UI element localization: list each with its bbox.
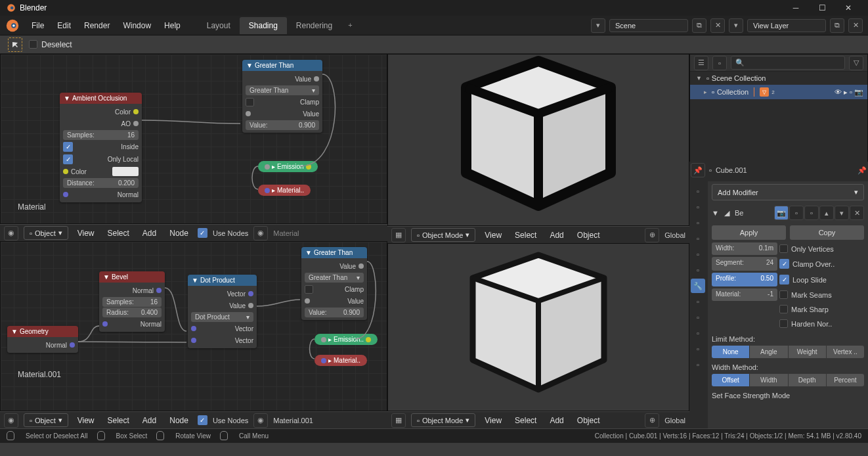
bevel-radius[interactable]: Radius:0.400 — [102, 308, 162, 317]
hdr-node[interactable]: Node — [165, 229, 192, 238]
wm-percent[interactable]: Percent — [827, 374, 864, 386]
viewlayer-browse-icon[interactable]: ▾ — [729, 18, 743, 33]
ao-samples-field[interactable]: Samples:16 — [63, 130, 139, 140]
node-emission-2-collapsed[interactable]: ▸ Emission.. — [315, 334, 378, 345]
gt2-value[interactable]: Value:0.900 — [305, 308, 364, 317]
material-browse-icon-2[interactable]: ◉ — [253, 413, 268, 428]
segment-field[interactable]: Segment:24 — [712, 257, 777, 271]
modifier-header[interactable]: ▼ ◢ Be 📷 ▫ ▫ ▴ ▾ ✕ — [712, 203, 864, 223]
editor-type-icon[interactable]: ◉ — [4, 226, 18, 240]
material-name-2[interactable]: Material.001 — [273, 417, 313, 424]
outliner-collection[interactable]: ▸▫ Collection ▽ 2 👁 ▸ ▫ 📷 — [690, 85, 867, 99]
vp-view[interactable]: View — [481, 231, 506, 240]
menu-help[interactable]: Help — [158, 21, 187, 30]
vp-select[interactable]: Select — [511, 231, 540, 240]
shader-type-dropdown-2[interactable]: ▫ Object ▾ — [24, 413, 68, 427]
outliner-display-icon[interactable]: ☰ — [694, 56, 708, 70]
add-modifier-dropdown[interactable]: Add Modifier▾ — [712, 184, 864, 200]
clamp-overlap-checkbox[interactable]: ✓Clamp Over.. — [779, 257, 864, 271]
orientation-icon[interactable]: ⊕ — [645, 228, 659, 242]
outliner-scene-collection[interactable]: ▼▫ Scene Collection — [690, 72, 867, 85]
tab-physics-icon[interactable]: ▫ — [691, 310, 705, 325]
tab-scene-icon[interactable]: ▫ — [691, 231, 705, 246]
ao-distance-field[interactable]: Distance:0.200 — [63, 178, 139, 188]
use-nodes-checkbox-2[interactable]: ✓ — [198, 415, 207, 425]
mode-dropdown-2[interactable]: ▫ Object Mode ▾ — [411, 413, 475, 427]
tab-material-icon[interactable]: ▫ — [691, 357, 705, 372]
scene-new-icon[interactable]: ⧉ — [692, 18, 706, 33]
hdr-add-2[interactable]: Add — [139, 416, 160, 425]
viewlayer-delete-icon[interactable]: ✕ — [848, 18, 863, 33]
hdr-view-2[interactable]: View — [74, 416, 98, 425]
limit-method-segments[interactable]: None Angle Weight Vertex .. — [712, 346, 864, 358]
loop-slide-checkbox[interactable]: ✓Loop Slide — [779, 273, 864, 286]
scene-browse-icon[interactable]: ▾ — [591, 18, 605, 33]
tab-constraints-icon[interactable]: ▫ — [691, 326, 705, 340]
mode-dropdown[interactable]: ▫ Object Mode ▾ — [411, 228, 475, 242]
node-greater-than-2[interactable]: ▼ Greater Than Value Greater Than▾ Clamp… — [301, 247, 367, 320]
tab-shading[interactable]: Shading — [240, 17, 287, 34]
outliner-search[interactable]: 🔍 — [731, 56, 845, 70]
tab-data-icon[interactable]: ▫ — [691, 342, 705, 356]
tab-add-button[interactable]: + — [341, 17, 358, 34]
tab-layout[interactable]: Layout — [198, 17, 240, 34]
node-editor-top[interactable]: Material ▼ Ambient Occlusion Color AO Sa… — [0, 54, 387, 224]
wm-width[interactable]: Width — [750, 374, 787, 386]
gt2-mode[interactable]: Greater Than▾ — [305, 273, 364, 283]
width-method-segments[interactable]: Offset Width Depth Percent — [712, 374, 864, 386]
mod-show-viewport-icon[interactable]: ▫ — [789, 206, 804, 220]
mod-move-up-icon[interactable]: ▴ — [819, 206, 834, 220]
editor-type-icon-2[interactable]: ◉ — [4, 413, 18, 428]
width-field[interactable]: Width:0.1m — [712, 242, 777, 255]
gt-mode-dropdown[interactable]: Greater Than▾ — [246, 85, 319, 95]
tab-object-icon[interactable]: ▫ — [691, 263, 705, 277]
tab-rendering[interactable]: Rendering — [287, 17, 341, 34]
eye-icon[interactable]: 👁 — [835, 88, 842, 97]
close-button[interactable]: ✕ — [835, 0, 861, 16]
props-pin-icon[interactable]: 📌 — [691, 163, 705, 177]
limit-angle[interactable]: Angle — [750, 346, 787, 358]
node-dot-product[interactable]: ▼ Dot Product Vector Value Dot Product▾ … — [188, 275, 257, 348]
node-bevel[interactable]: ▼ Bevel Normal Samples:16 Radius:0.400 N… — [99, 271, 165, 332]
viewport-vis-icon[interactable]: ▫ — [850, 88, 852, 97]
tab-viewlayer-icon[interactable]: ▫ — [691, 216, 705, 230]
hdr-add[interactable]: Add — [139, 229, 160, 238]
vp-add[interactable]: Add — [546, 231, 567, 240]
render-vis-icon[interactable]: 📷 — [854, 88, 863, 97]
3d-viewport-bottom[interactable] — [387, 243, 689, 411]
orientation-label[interactable]: Global — [664, 231, 685, 239]
deselect-checkbox[interactable]: Deselect — [29, 40, 72, 49]
select-tool-icon[interactable] — [8, 37, 22, 52]
shader-type-dropdown[interactable]: ▫ Object ▾ — [24, 226, 68, 240]
hdr-select[interactable]: Select — [104, 229, 133, 238]
tab-render-icon[interactable]: ▫ — [691, 184, 705, 198]
tab-output-icon[interactable]: ▫ — [691, 200, 705, 214]
select-icon[interactable]: ▸ — [844, 88, 848, 97]
harden-normals-checkbox[interactable]: Harden Nor.. — [779, 317, 864, 330]
hdr-view[interactable]: View — [74, 229, 98, 238]
tab-modifiers-icon[interactable]: 🔧 — [691, 279, 705, 293]
hdr-select-2[interactable]: Select — [104, 416, 133, 425]
apply-button[interactable]: Apply — [712, 225, 786, 240]
node-greater-than[interactable]: ▼ Greater Than Value Greater Than▾ Clamp… — [242, 60, 322, 133]
menu-window[interactable]: Window — [116, 21, 158, 30]
mod-move-down-icon[interactable]: ▾ — [835, 206, 849, 220]
maximize-button[interactable]: ☐ — [809, 0, 835, 16]
scene-delete-icon[interactable]: ✕ — [710, 18, 725, 33]
editor-type-3d-icon[interactable]: ▦ — [391, 228, 406, 242]
menu-render[interactable]: Render — [77, 21, 116, 30]
menu-edit[interactable]: Edit — [51, 21, 77, 30]
material-placeholder[interactable]: Material — [273, 229, 299, 237]
outliner-filter-view-icon[interactable]: ▫ — [712, 56, 727, 70]
limit-none[interactable]: None — [712, 346, 749, 358]
node-material-out-2-collapsed[interactable]: ▸ Material.. — [315, 355, 367, 366]
outliner-filter-icon[interactable]: ▽ — [849, 56, 863, 70]
wm-offset[interactable]: Offset — [712, 374, 749, 386]
node-emission-collapsed[interactable]: ▸ Emission — [258, 161, 318, 172]
use-nodes-checkbox[interactable]: ✓ — [198, 228, 207, 238]
copy-button[interactable]: Copy — [790, 225, 864, 240]
mod-show-editmode-icon[interactable]: ▫ — [804, 206, 819, 220]
limit-vertex[interactable]: Vertex .. — [827, 346, 864, 358]
node-ambient-occlusion[interactable]: ▼ Ambient Occlusion Color AO Samples:16 … — [60, 93, 142, 202]
orientation-icon-2[interactable]: ⊕ — [645, 413, 659, 428]
